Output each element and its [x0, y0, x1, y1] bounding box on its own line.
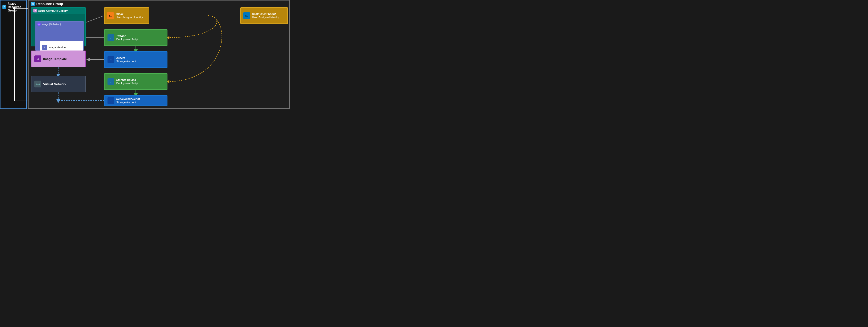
trigger-ds-box: › Trigger Deployment Script [104, 29, 167, 46]
storage-upload-ds-line2: Deployment Script [116, 82, 138, 85]
assets-sa-text-container: Assets Storage Account [116, 56, 136, 63]
identity-image-text-container: Image User-Assigned Identity [116, 12, 143, 19]
identity-image-icon: 🏷 [107, 12, 114, 19]
identity-image-box: 🏷 Image User-Assigned Identity [104, 7, 149, 24]
ds-sa-line2: Storage Account [116, 101, 140, 104]
trigger-ds-icon: › [107, 34, 114, 41]
image-def-title: ◉ Image (Definition) [35, 22, 84, 27]
image-template-box: 🖥 Image Template [31, 51, 86, 67]
gallery-icon: ◈ [33, 9, 37, 12]
ds-sa-text-container: Deployment Script Storage Account [116, 97, 140, 104]
left-panel: ⬡ Image Resource Group [0, 0, 27, 109]
main-panel: ⬡ Resource Group [28, 0, 289, 109]
identity-ds-line1: Deployment Script [252, 12, 279, 16]
assets-sa-line2: Storage Account [116, 60, 136, 63]
identity-ds-box: 🏷 Deployment Script User-Assigned Identi… [240, 7, 288, 24]
arrowhead-up [12, 7, 16, 9]
main-panel-label: Resource Group [36, 2, 63, 6]
vnet-text: Virtual Network [43, 82, 66, 86]
rg-icon-left: ⬡ [2, 5, 6, 9]
diagram-container: ⬡ Image Resource Group ⬡ Resource Group [0, 0, 289, 109]
image-template-icon: 🖥 [34, 55, 41, 62]
image-def-icon: ◉ [37, 23, 41, 26]
image-version-text: Image Version [49, 46, 66, 49]
assets-sa-line1: Assets [116, 56, 136, 60]
identity-image-line2: User-Assigned Identity [116, 16, 143, 19]
storage-upload-ds-line1: Storage Upload [116, 78, 138, 82]
storage-upload-ds-icon: › [107, 78, 114, 85]
identity-ds-line2: User-Assigned Identity [252, 16, 279, 19]
white-arrow-horizontal-bottom [14, 8, 29, 8]
image-def-label: Image (Definition) [42, 23, 61, 26]
gallery-title-text: Azure Compute Gallery [38, 9, 68, 12]
image-version-icon: ⚑ [42, 45, 47, 50]
gallery-title: ◈ Azure Compute Gallery [31, 8, 85, 14]
gallery-box: ◈ Azure Compute Gallery ◉ Image (Definit… [31, 7, 86, 46]
vnet-icon: ⟺ [34, 81, 41, 87]
identity-image-line1: Image [116, 12, 143, 16]
identity-ds-text-container: Deployment Script User-Assigned Identity [252, 12, 279, 19]
main-panel-title: ⬡ Resource Group [29, 0, 289, 7]
trigger-ds-line1: Trigger [116, 34, 138, 37]
white-arrow-vertical [14, 8, 14, 101]
identity-ds-icon: 🏷 [243, 12, 250, 19]
ds-sa-box: ≡ Deployment Script Storage Account [104, 95, 167, 106]
storage-upload-ds-box: › Storage Upload Deployment Script [104, 73, 167, 90]
trigger-ds-line2: Deployment Script [116, 37, 138, 41]
left-panel-label: Image Resource Group [8, 2, 24, 12]
image-def-box: ◉ Image (Definition) ⚑ Image Version [35, 21, 84, 51]
rg-icon-main: ⬡ [31, 2, 35, 6]
trigger-ds-text-container: Trigger Deployment Script [116, 34, 138, 41]
svg-line-5 [86, 16, 104, 23]
image-template-text: Image Template [43, 57, 67, 61]
ds-sa-icon: ≡ [107, 97, 114, 104]
storage-upload-ds-text-container: Storage Upload Deployment Script [116, 78, 138, 85]
ds-sa-line1: Deployment Script [116, 97, 140, 101]
assets-sa-icon: ≡ [107, 56, 114, 63]
assets-sa-box: ≡ Assets Storage Account [104, 51, 167, 68]
virtual-network-box: ⟺ Virtual Network [31, 76, 86, 92]
white-arrow-horizontal-top [14, 101, 29, 101]
